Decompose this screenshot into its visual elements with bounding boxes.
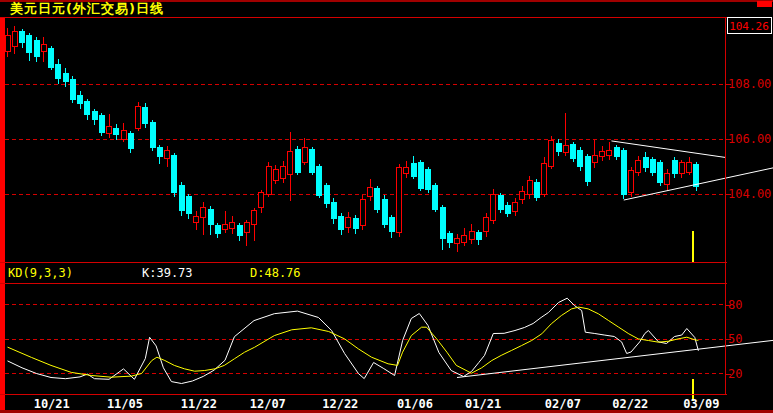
candle bbox=[629, 167, 634, 198]
candle bbox=[658, 160, 663, 186]
candle bbox=[143, 103, 148, 128]
price-tick-1: 106.00 bbox=[728, 132, 771, 146]
price-pane-bottom-border bbox=[0, 262, 727, 263]
chart-canvas[interactable]: 美元日元(外汇交易)日线 104.26 108.00 106.00 104.00… bbox=[0, 0, 773, 413]
price-tick-0: 108.00 bbox=[728, 77, 771, 91]
date-tick-2: 11/22 bbox=[181, 397, 217, 411]
candle bbox=[310, 147, 315, 175]
date-tick-7: 02/07 bbox=[545, 397, 581, 411]
d-value-label: D:48.76 bbox=[250, 266, 301, 280]
cursor-kd-segment[interactable] bbox=[692, 379, 694, 394]
candle bbox=[70, 76, 75, 104]
cursor-price-segment[interactable] bbox=[692, 231, 694, 262]
title-separator-line bbox=[0, 17, 727, 18]
last-price-box: 104.26 bbox=[728, 18, 772, 34]
date-tick-4: 12/22 bbox=[322, 397, 358, 411]
candle bbox=[621, 148, 626, 199]
date-tick-9: 03/09 bbox=[683, 397, 719, 411]
candle bbox=[49, 46, 54, 71]
candle bbox=[324, 183, 329, 208]
candle bbox=[549, 136, 554, 169]
candle bbox=[317, 164, 322, 198]
kd-tick-2: 20 bbox=[728, 367, 742, 381]
kd-pane-top-border bbox=[0, 283, 727, 284]
chart-window: 美元日元(外汇交易)日线 104.26 108.00 106.00 104.00… bbox=[0, 0, 773, 413]
candle bbox=[266, 162, 271, 196]
date-tick-6: 01/21 bbox=[465, 397, 501, 411]
candle bbox=[534, 179, 539, 201]
date-tick-5: 01/06 bbox=[397, 397, 433, 411]
candle bbox=[375, 186, 380, 214]
candle bbox=[179, 182, 184, 216]
price-axis-line bbox=[725, 18, 726, 395]
candle bbox=[382, 195, 387, 228]
candle bbox=[150, 120, 155, 152]
kd-tick-0: 80 bbox=[728, 298, 742, 312]
date-tick-3: 12/07 bbox=[250, 397, 286, 411]
kd-pane-bottom-border bbox=[0, 394, 727, 395]
date-tick-0: 10/21 bbox=[34, 397, 70, 411]
last-price-label: 104.26 bbox=[729, 20, 769, 33]
kd-tick-1: 50 bbox=[728, 332, 742, 346]
price-tick-2: 104.00 bbox=[728, 187, 771, 201]
candle bbox=[397, 164, 402, 237]
date-tick-1: 11/05 bbox=[107, 397, 143, 411]
candle bbox=[360, 195, 365, 229]
candle bbox=[491, 189, 496, 225]
candle bbox=[295, 146, 300, 175]
k-value-label: K:39.73 bbox=[142, 266, 193, 280]
candle bbox=[585, 154, 590, 186]
chart-title: 美元日元(外汇交易)日线 bbox=[9, 1, 164, 16]
candle bbox=[433, 183, 438, 212]
date-tick-8: 02/22 bbox=[612, 397, 648, 411]
kd-params-label: KD(9,3,3) bbox=[8, 266, 73, 280]
candle bbox=[136, 102, 141, 131]
candle bbox=[614, 145, 619, 160]
candle bbox=[418, 160, 423, 192]
candle bbox=[694, 162, 699, 191]
candle bbox=[426, 167, 431, 193]
titlebar-corner-block bbox=[757, 1, 772, 7]
candle bbox=[542, 157, 547, 196]
left-window-bar bbox=[0, 18, 5, 413]
candle bbox=[172, 153, 177, 197]
